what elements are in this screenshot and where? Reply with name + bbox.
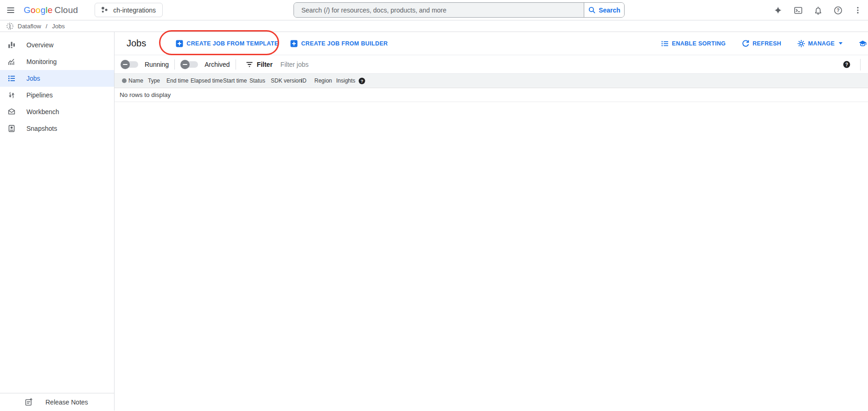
sidebar-item-overview[interactable]: Overview bbox=[0, 37, 114, 53]
sidebar-item-label: Workbench bbox=[26, 108, 59, 116]
empty-table-message: No rows to display bbox=[115, 88, 868, 102]
topbar-icon-group: ? bbox=[773, 0, 863, 20]
toggle-knob-minus-icon bbox=[121, 60, 130, 69]
sidebar-item-monitoring[interactable]: Monitoring bbox=[0, 53, 114, 70]
svg-text:?: ? bbox=[845, 62, 848, 67]
logo-letter: o bbox=[36, 5, 41, 15]
workbench-icon bbox=[7, 107, 16, 116]
sidebar-item-workbench[interactable]: Workbench bbox=[0, 103, 114, 120]
enable-sorting-button[interactable]: ENABLE SORTING bbox=[661, 39, 726, 48]
notifications-bell-icon[interactable] bbox=[813, 5, 823, 15]
project-icon bbox=[100, 6, 109, 14]
column-header-type[interactable]: Type bbox=[148, 77, 166, 84]
more-options-icon[interactable] bbox=[853, 5, 863, 15]
sidebar-item-pipelines[interactable]: Pipelines bbox=[0, 87, 114, 103]
sidebar-item-label: Overview bbox=[26, 41, 53, 49]
logo-letter: e bbox=[48, 5, 53, 15]
insights-help-icon[interactable]: ? bbox=[358, 77, 365, 84]
sidebar-nav: Overview Monitoring Jobs Pipelines bbox=[0, 32, 114, 137]
logo-cloud-text: Cloud bbox=[55, 5, 78, 15]
filter-help-icon[interactable]: ? bbox=[843, 61, 850, 68]
monitoring-icon bbox=[7, 57, 16, 66]
add-box-icon bbox=[290, 40, 298, 47]
sidebar-item-label: Snapshots bbox=[26, 125, 57, 132]
create-job-from-builder-label: CREATE JOB FROM BUILDER bbox=[301, 40, 388, 47]
sidebar-item-snapshots[interactable]: Snapshots bbox=[0, 120, 114, 137]
column-header-sdk-version[interactable]: SDK version bbox=[271, 77, 301, 84]
filter-button[interactable]: Filter bbox=[245, 60, 273, 69]
column-header-insights[interactable]: Insights bbox=[336, 77, 355, 84]
logo-letter: G bbox=[24, 5, 31, 15]
release-notes-icon bbox=[24, 398, 33, 407]
sort-list-icon bbox=[661, 39, 669, 48]
column-header-id[interactable]: ID bbox=[301, 77, 314, 84]
gemini-icon[interactable] bbox=[773, 5, 783, 15]
global-search: Search bbox=[294, 2, 625, 18]
learn-school-icon bbox=[858, 39, 867, 48]
sidebar-item-jobs[interactable]: Jobs bbox=[0, 70, 114, 87]
filter-list-icon bbox=[245, 60, 254, 69]
refresh-label: REFRESH bbox=[753, 40, 781, 47]
logo-letter: o bbox=[31, 5, 36, 15]
logo-letter: g bbox=[41, 5, 46, 15]
search-button[interactable]: Search bbox=[584, 3, 624, 17]
jobs-list-icon bbox=[7, 74, 16, 83]
breadcrumb-product[interactable]: Dataflow bbox=[18, 23, 41, 30]
overview-icon bbox=[7, 40, 16, 50]
column-header-region[interactable]: Region bbox=[314, 77, 336, 84]
help-icon[interactable]: ? bbox=[833, 5, 843, 15]
manage-button[interactable]: MANAGE bbox=[797, 39, 842, 48]
chevron-down-icon bbox=[839, 42, 842, 45]
filter-bar: Running Archived Filter ? bbox=[115, 55, 868, 74]
svg-text:?: ? bbox=[361, 78, 364, 83]
breadcrumb: Dataflow / Jobs bbox=[0, 20, 868, 32]
snapshots-icon bbox=[7, 124, 16, 133]
content-area: Overview Monitoring Jobs Pipelines bbox=[0, 32, 868, 411]
manage-label: MANAGE bbox=[808, 40, 835, 47]
enable-sorting-label: ENABLE SORTING bbox=[672, 40, 726, 47]
create-job-from-template-label: CREATE JOB FROM TEMPLATE bbox=[186, 40, 278, 47]
column-header-elapsed-time[interactable]: Elapsed time bbox=[191, 77, 223, 84]
sidebar-item-label: Pipelines bbox=[26, 91, 53, 99]
toggle-knob-minus-icon bbox=[180, 60, 190, 69]
top-bar: GoogleCloud ch-integrations Search ? bbox=[0, 0, 868, 20]
column-header-name[interactable]: Name bbox=[128, 77, 148, 84]
create-job-from-builder-button[interactable]: CREATE JOB FROM BUILDER bbox=[290, 40, 388, 47]
search-input[interactable] bbox=[294, 3, 584, 17]
learn-button[interactable]: LEARN bbox=[858, 39, 868, 48]
column-header-status[interactable]: Status bbox=[249, 77, 271, 84]
breadcrumb-page[interactable]: Jobs bbox=[52, 23, 64, 30]
add-box-icon bbox=[176, 40, 183, 47]
hamburger-menu-icon[interactable] bbox=[6, 5, 16, 15]
page-title: Jobs bbox=[127, 38, 146, 49]
page-header: Jobs CREATE JOB FROM TEMPLATE CREATE JOB… bbox=[115, 32, 868, 55]
cloud-shell-icon[interactable] bbox=[793, 5, 803, 15]
gear-icon bbox=[797, 39, 805, 48]
filter-label: Filter bbox=[257, 61, 273, 68]
column-header-start-time[interactable]: Start time bbox=[223, 77, 249, 84]
divider bbox=[174, 59, 175, 70]
column-header-end-time[interactable]: End time bbox=[166, 77, 191, 84]
project-selector[interactable]: ch-integrations bbox=[95, 3, 163, 17]
filter-jobs-input[interactable] bbox=[281, 61, 559, 68]
sidebar-item-release-notes[interactable]: Release Notes bbox=[0, 393, 114, 411]
refresh-icon bbox=[741, 39, 750, 48]
sidebar-item-label: Jobs bbox=[26, 75, 40, 82]
divider bbox=[860, 59, 861, 71]
search-icon bbox=[588, 6, 596, 14]
archived-toggle[interactable] bbox=[180, 60, 198, 69]
no-rows-text: No rows to display bbox=[120, 91, 171, 98]
status-dot-column-icon bbox=[122, 78, 127, 83]
running-toggle-label: Running bbox=[145, 61, 169, 68]
create-job-from-template-button[interactable]: CREATE JOB FROM TEMPLATE bbox=[176, 40, 278, 47]
refresh-button[interactable]: REFRESH bbox=[741, 39, 781, 48]
project-name: ch-integrations bbox=[113, 6, 156, 14]
main-panel: Jobs CREATE JOB FROM TEMPLATE CREATE JOB… bbox=[115, 32, 868, 411]
archived-toggle-label: Archived bbox=[204, 61, 230, 68]
google-cloud-logo[interactable]: GoogleCloud bbox=[24, 5, 78, 15]
header-toolbar: ENABLE SORTING REFRESH MANAGE bbox=[661, 32, 868, 55]
dataflow-product-icon bbox=[6, 22, 14, 30]
search-button-label: Search bbox=[599, 6, 620, 14]
running-toggle[interactable] bbox=[121, 60, 138, 69]
jobs-table-header: Name Type End time Elapsed time Start ti… bbox=[115, 74, 868, 88]
